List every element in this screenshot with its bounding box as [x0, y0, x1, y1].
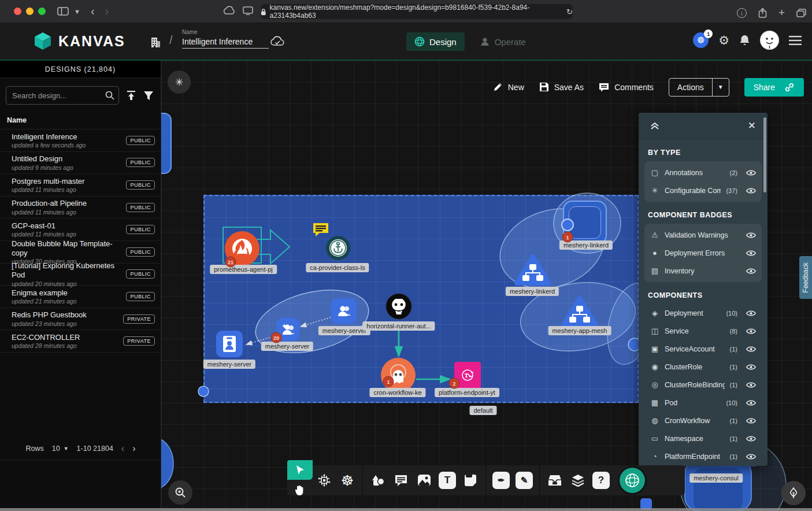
- window-minimize-button[interactable]: [26, 8, 34, 15]
- collapse-panel-button[interactable]: [650, 122, 659, 130]
- visibility-eye-icon[interactable]: [746, 310, 756, 317]
- node-meshery-linkerd-service[interactable]: [513, 253, 553, 287]
- icloud-icon[interactable]: [223, 6, 236, 15]
- node-label-meshery-server-c[interactable]: meshery-server: [203, 360, 255, 369]
- feedback-tab[interactable]: Feedback: [799, 256, 812, 299]
- note-tool-button[interactable]: [459, 469, 482, 492]
- design-list-item[interactable]: GCP-east-01updated 11 minutes ago PUBLIC: [0, 219, 161, 241]
- settings-button[interactable]: ⚙: [718, 34, 729, 47]
- filter-designs-button[interactable]: [143, 91, 154, 101]
- kubernetes-tool-button[interactable]: ☸: [336, 469, 359, 492]
- layers-tool-button[interactable]: [566, 469, 589, 492]
- forward-button[interactable]: ›: [105, 5, 109, 18]
- server-issue-badge[interactable]: 20: [271, 332, 282, 343]
- organization-icon[interactable]: [149, 36, 162, 49]
- components-tool-button[interactable]: [313, 469, 336, 492]
- actions-dropdown-button[interactable]: Actions ▼: [669, 78, 729, 97]
- panel-scrollbar[interactable]: [763, 117, 766, 192]
- address-bar[interactable]: kanvas.new/extension/meshmap?mode=design…: [261, 4, 573, 19]
- visibility-eye-icon[interactable]: [746, 364, 756, 371]
- save-as-button[interactable]: Save As: [539, 82, 584, 92]
- new-button[interactable]: New: [493, 82, 524, 92]
- design-list-item[interactable]: Double Bubble Map Template-copyupdated 2…: [0, 241, 161, 264]
- chevron-down-icon[interactable]: ▼: [712, 79, 729, 96]
- kanvas-logo[interactable]: KANVAS: [33, 31, 125, 51]
- node-github-runner[interactable]: [385, 293, 412, 320]
- node-label-ca-provider[interactable]: ca-provider-class-ls: [306, 263, 369, 272]
- cron-issue-badge[interactable]: 1: [383, 376, 394, 387]
- designs-column-header[interactable]: Name: [0, 112, 161, 129]
- window-zoom-button[interactable]: [38, 8, 46, 15]
- visibility-eye-icon[interactable]: [746, 169, 756, 176]
- meshery-tool-button[interactable]: [620, 468, 645, 493]
- node-label-meshery-app-mesh[interactable]: meshery-app-mesh: [548, 326, 611, 335]
- component-row-cronworkflow[interactable]: ◍ CronWorkflow (1): [644, 412, 762, 429]
- component-row-clusterrole[interactable]: ◉ ClusterRole (1): [644, 358, 762, 376]
- visibility-eye-icon[interactable]: [746, 453, 756, 460]
- node-label-prometheus[interactable]: prometheus-agent-pj: [210, 265, 277, 274]
- endpoint-issue-badge[interactable]: 2: [449, 378, 460, 389]
- menu-button[interactable]: [789, 36, 802, 45]
- design-list-item[interactable]: Intelligent Inferenceupdated a few secon…: [0, 129, 161, 152]
- close-panel-button[interactable]: ✕: [748, 120, 756, 132]
- horizontal-scrollbar[interactable]: [0, 508, 812, 511]
- node-label-meshery-linkerd-service[interactable]: meshery-linkerd: [506, 287, 559, 296]
- prev-page-button[interactable]: ‹: [121, 443, 124, 454]
- node-label-platform-endpoint[interactable]: platform-endpoint-yt: [435, 388, 499, 397]
- notifications-button[interactable]: [739, 34, 750, 46]
- design-list-item[interactable]: Redis PHP Guestbookupdated 23 minutes ag…: [0, 308, 161, 331]
- component-row-namespace[interactable]: ▭ Namespace (1): [644, 429, 762, 447]
- linkerd-sub-node[interactable]: [561, 219, 574, 231]
- new-tab-button[interactable]: +: [778, 6, 785, 19]
- downloads-button[interactable]: ↓: [737, 8, 747, 18]
- kubernetes-context-button[interactable]: ☸ 1: [693, 32, 709, 48]
- badge-row-deployment-errors[interactable]: ● Deployment Errors: [644, 244, 762, 262]
- design-list-item[interactable]: Enigma exampleupdated 21 minutes ago PUB…: [0, 286, 161, 308]
- component-row-service[interactable]: ◫ Service (8): [644, 322, 762, 340]
- node-label-meshery-server-b[interactable]: meshery-server: [261, 342, 313, 351]
- tab-design[interactable]: Design: [406, 32, 465, 51]
- visibility-eye-icon[interactable]: [746, 399, 756, 406]
- design-name-input[interactable]: [182, 35, 269, 49]
- node-label-meshery-consul[interactable]: meshery-consul: [689, 473, 743, 483]
- visibility-eye-icon[interactable]: [746, 417, 756, 424]
- back-button[interactable]: ‹: [91, 5, 95, 18]
- design-list-item[interactable]: Untitled Designupdated 9 minutes ago PUB…: [0, 152, 161, 175]
- next-page-button[interactable]: ›: [132, 443, 135, 454]
- search-design-input[interactable]: [6, 86, 119, 105]
- pencil-tool-button[interactable]: ✎: [513, 469, 536, 492]
- component-row-pod[interactable]: ▦ Pod (10): [644, 394, 762, 412]
- snowflake-freeze-button[interactable]: ✳: [168, 71, 191, 94]
- component-row-platformendpoint[interactable]: ◔ PlatformEndpoint (1): [644, 447, 762, 465]
- node-meshery-server-a[interactable]: [331, 298, 357, 324]
- reader-view-icon[interactable]: [243, 6, 253, 15]
- chevron-down-icon[interactable]: ▼: [74, 8, 80, 15]
- component-row-deployment[interactable]: ◈ Deployment (10): [644, 304, 762, 322]
- help-tool-button[interactable]: ?: [589, 469, 613, 492]
- visibility-eye-icon[interactable]: [746, 187, 756, 194]
- visibility-eye-icon[interactable]: [746, 435, 756, 442]
- prometheus-issue-badge[interactable]: 21: [225, 257, 236, 268]
- share-button[interactable]: Share: [744, 78, 804, 97]
- design-list-item[interactable]: EC2-CONTROLLERupdated 28 minutes ago PRI…: [0, 330, 161, 353]
- pen-mode-button[interactable]: [781, 481, 806, 505]
- drawer-tool-button[interactable]: [543, 469, 566, 492]
- badge-row-validation-warnings[interactable]: ⚠ Validation Warnings: [644, 226, 762, 244]
- pan-tool-button[interactable]: [295, 480, 305, 501]
- select-tool-button[interactable]: [287, 460, 313, 480]
- node-label-cron-workflow[interactable]: cron-workflow-ke: [369, 388, 425, 397]
- text-tool-button[interactable]: T: [436, 469, 459, 492]
- badge-row-inventory[interactable]: ▤ Inventory: [644, 262, 762, 280]
- comment-tool-button[interactable]: [390, 469, 413, 492]
- node-label-github-runner[interactable]: horizontal-runner-aut...: [362, 321, 435, 331]
- import-design-button[interactable]: [126, 90, 136, 101]
- node-meshery-server-c[interactable]: [216, 331, 243, 357]
- namespace-default-label[interactable]: default: [469, 406, 496, 415]
- zoom-in-button[interactable]: [168, 480, 192, 505]
- node-meshery-app-mesh[interactable]: [559, 294, 600, 329]
- visibility-eye-icon[interactable]: [746, 268, 756, 275]
- visibility-eye-icon[interactable]: [746, 382, 756, 388]
- reload-icon[interactable]: ↻: [566, 8, 573, 16]
- shapes-tool-button[interactable]: [366, 469, 390, 492]
- comments-button[interactable]: Comments: [599, 83, 654, 92]
